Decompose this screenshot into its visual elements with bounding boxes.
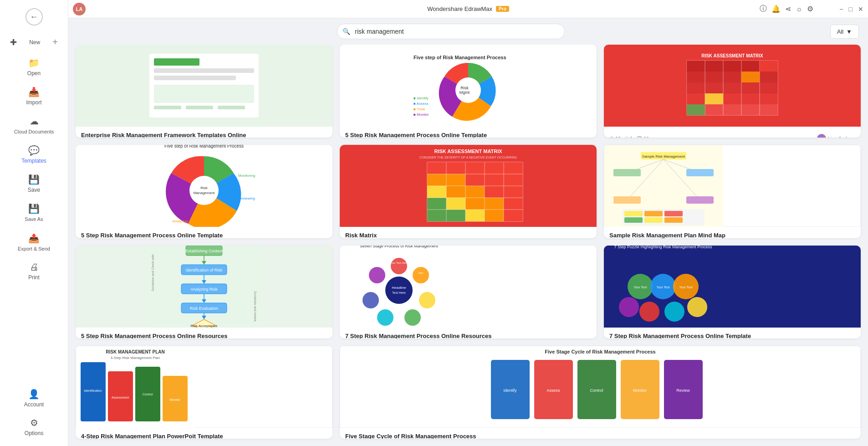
sidebar-item-new[interactable]: ✚ New +: [4, 32, 64, 52]
sidebar-item-label-export: Export & Send: [18, 246, 50, 252]
card-thumb-8: Seven Stage Process of Risk Management H…: [340, 246, 597, 328]
svg-point-118: [385, 277, 413, 304]
svg-rect-90: [624, 211, 643, 216]
search-bar: 🔍 All ▼: [68, 18, 868, 45]
svg-rect-47: [465, 162, 485, 174]
sidebar-item-import[interactable]: 📥 Import: [4, 82, 64, 110]
template-card-3[interactable]: RISK ASSESSMENT MATRIX: [604, 45, 861, 138]
add-icon: +: [52, 37, 58, 47]
template-card-4[interactable]: Five step of Risk Management Process Ris…: [76, 145, 332, 238]
svg-text:Sample Risk Management: Sample Risk Management: [642, 154, 685, 159]
save-icon: 💾: [28, 174, 40, 185]
card-thumb-2: Five step of Risk Management Process Ris…: [340, 45, 597, 127]
svg-rect-68: [485, 210, 504, 221]
sidebar-back-area: ←: [0, 0, 68, 30]
card-title-2: 5 Step Risk Management Process Online Te…: [345, 131, 591, 138]
app-name: Wondershare EdrawMax: [427, 5, 492, 12]
sidebar-item-open[interactable]: 📁 Open: [4, 53, 64, 81]
svg-rect-64: [504, 198, 523, 210]
svg-text:Monitor: Monitor: [633, 388, 647, 393]
card-body-7: 5 Step Risk Management Process Online Re…: [76, 328, 332, 338]
svg-text:Five step of Risk Management P: Five step of Risk Management Process: [414, 55, 506, 60]
svg-point-138: [687, 297, 707, 317]
open-icon: 📁: [28, 57, 40, 68]
import-icon: 📥: [28, 87, 40, 97]
svg-text:Analyzing Risk: Analyzing Risk: [190, 287, 218, 292]
template-card-11[interactable]: Five Stage Cycle of Risk Management Proc…: [340, 346, 861, 439]
svg-rect-53: [485, 174, 504, 186]
svg-rect-87: [613, 196, 641, 204]
saveas-icon: 💾: [28, 203, 40, 214]
svg-point-137: [664, 302, 684, 322]
template-card-2[interactable]: Five step of Risk Management Process Ris…: [340, 45, 597, 138]
template-card-5[interactable]: RISK ASSESSMENT MATRIX CONSIDER THE SEVE…: [340, 145, 597, 238]
search-input[interactable]: [337, 24, 565, 39]
template-card-7[interactable]: Establishing Context Identification of R…: [76, 246, 332, 338]
help-icon[interactable]: ⓘ: [760, 4, 767, 14]
svg-point-123: [419, 292, 435, 308]
notification-icon[interactable]: 🔔: [771, 5, 781, 13]
sidebar-item-print[interactable]: 🖨 Print: [4, 257, 64, 285]
template-card-6[interactable]: Sample Risk Management: [604, 145, 861, 238]
sidebar-item-account[interactable]: 👤 Account: [4, 384, 64, 412]
author-3: Lisa Anders...: [817, 134, 855, 138]
author-avatar-3: [817, 134, 826, 138]
minimize-button[interactable]: −: [839, 5, 843, 13]
svg-rect-61: [446, 198, 465, 210]
svg-text:Identify: Identify: [503, 388, 517, 393]
svg-rect-56: [446, 186, 465, 198]
sidebar-item-cloud[interactable]: ☁ Cloud Documents: [4, 111, 64, 139]
sidebar-item-save[interactable]: 💾 Save: [4, 169, 64, 198]
cloud-icon: ☁: [30, 116, 39, 127]
svg-text:4-Step Risk Management Plan: 4-Step Risk Management Plan: [111, 356, 160, 360]
svg-point-135: [619, 297, 639, 317]
titlebar-left: LA: [73, 3, 86, 15]
settings-icon[interactable]: ⚙: [807, 5, 813, 13]
svg-rect-7: [218, 106, 245, 109]
svg-text:Identification of Risk: Identification of Risk: [186, 268, 223, 272]
card-body-2: 5 Step Risk Management Process Online Te…: [340, 127, 597, 138]
svg-rect-30: [705, 93, 723, 104]
card-title-9: 7 Step Risk Management Process Online Te…: [609, 332, 855, 338]
search-input-wrap: 🔍: [337, 24, 565, 39]
filter-chevron-icon: ▼: [846, 28, 852, 35]
sidebar-item-label-open: Open: [27, 70, 41, 77]
sidebar-item-templates[interactable]: 💬 Templates: [4, 140, 64, 169]
svg-text:■ Treat: ■ Treat: [414, 107, 425, 111]
apps-icon[interactable]: ⋖: [785, 5, 791, 13]
template-card-10[interactable]: RISK MANAGEMENT PLAN 4-Step Risk Managem…: [76, 346, 332, 439]
user-avatar[interactable]: LA: [73, 3, 86, 15]
sidebar-item-label-save: Save: [28, 187, 40, 193]
svg-rect-45: [427, 162, 446, 174]
theme-icon[interactable]: ☼: [796, 5, 802, 13]
card-thumb-5: RISK ASSESSMENT MATRIX CONSIDER THE SEVE…: [340, 145, 597, 227]
svg-text:Five step of Risk Management P: Five step of Risk Management Process: [164, 145, 244, 149]
svg-point-136: [639, 302, 659, 322]
card-body-4: 5 Step Risk Management Process Online Te…: [76, 227, 332, 238]
svg-rect-88: [686, 196, 714, 204]
pro-badge: Pro: [496, 6, 509, 12]
svg-text:Scrutinize and Check with: Scrutinize and Check with: [151, 254, 154, 291]
card-thumb-10: RISK MANAGEMENT PLAN 4-Step Risk Managem…: [76, 346, 332, 428]
close-button[interactable]: ✕: [858, 5, 863, 13]
svg-text:Reviewing: Reviewing: [238, 196, 255, 200]
card-body-9: 7 Step Risk Management Process Online Te…: [604, 328, 861, 338]
back-button[interactable]: ←: [26, 8, 43, 26]
template-card-1[interactable]: Enterprise Risk Management Framework Tem…: [76, 45, 332, 138]
svg-rect-1: [154, 58, 199, 66]
svg-rect-4: [154, 85, 254, 103]
svg-rect-5: [154, 106, 181, 109]
card-body-3: 👁 19 ♡ 1 📋 11 Lisa Anders...: [604, 127, 861, 138]
svg-rect-86: [686, 169, 714, 176]
sidebar-item-saveas[interactable]: 💾 Save As: [4, 199, 64, 227]
sidebar-item-options[interactable]: ⚙ Options: [4, 413, 64, 441]
options-icon: ⚙: [30, 417, 38, 428]
template-card-9[interactable]: 7 Step Puzzle Highlighting Risk Manageme…: [604, 246, 861, 338]
filter-button[interactable]: All ▼: [830, 25, 859, 39]
template-card-8[interactable]: Seven Stage Process of Risk Management H…: [340, 246, 597, 338]
svg-rect-3: [154, 76, 236, 80]
sidebar-item-export[interactable]: 📤 Export & Send: [4, 228, 64, 256]
svg-text:Text Here: Text Here: [392, 291, 406, 294]
svg-rect-29: [687, 104, 705, 115]
maximize-button[interactable]: □: [849, 5, 853, 13]
